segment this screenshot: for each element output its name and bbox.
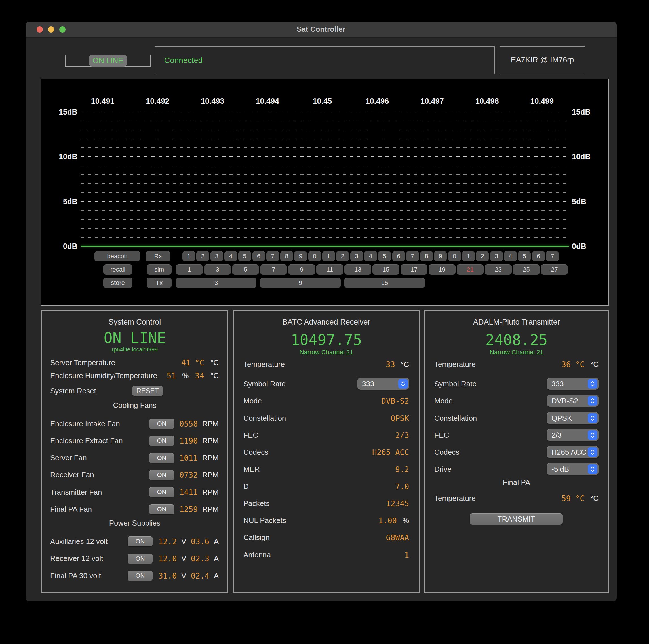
digit-button[interactable]: 5	[378, 251, 391, 261]
value: G8WAA	[386, 533, 409, 542]
reset-button[interactable]: RESET	[132, 386, 163, 396]
group-button[interactable]: 15	[344, 278, 425, 288]
panel-row: FEC2/3	[243, 429, 409, 441]
channel-button[interactable]: 13	[344, 265, 371, 275]
enclosure-extract-fan-toggle[interactable]: ON	[149, 436, 174, 446]
value-group: 41 °C°C	[181, 358, 219, 367]
channel-button[interactable]: 3	[204, 265, 231, 275]
digit-button[interactable]: 3	[350, 251, 363, 261]
sim-button[interactable]: sim	[147, 265, 172, 275]
receiver-title: BATC Advanced Receiver	[234, 318, 419, 327]
chevron-up-down-icon[interactable]	[588, 464, 597, 474]
value: 1	[404, 550, 409, 559]
channel-button-active[interactable]: 21	[457, 265, 484, 275]
group-button[interactable]: 9	[260, 278, 341, 288]
digit-button[interactable]: 8	[420, 251, 433, 261]
digit-button[interactable]: 0	[448, 251, 461, 261]
value-group: 7.0	[395, 482, 409, 491]
digit-button[interactable]: 0	[308, 251, 321, 261]
unit: °C	[211, 371, 219, 380]
digit-button[interactable]: 6	[253, 251, 265, 261]
final-pa-30-volt-label: Final PA 30 volt	[50, 571, 101, 580]
auxillaries-12-volt-label: Auxillaries 12 volt	[50, 537, 107, 546]
digit-button[interactable]: 3	[211, 251, 223, 261]
unit: °C	[211, 358, 219, 367]
transmit-button[interactable]: TRANSMIT	[470, 513, 563, 525]
rx-antenna-label: Antenna	[243, 550, 271, 559]
channel-button[interactable]: 19	[429, 265, 456, 275]
rx-button[interactable]: Rx	[145, 251, 170, 261]
chevron-up-down-icon[interactable]	[398, 379, 408, 388]
digit-button[interactable]: 4	[224, 251, 237, 261]
digit-button[interactable]: 5	[238, 251, 251, 261]
chevron-up-down-icon[interactable]	[588, 430, 597, 440]
constellation-select[interactable]: QPSK	[547, 412, 599, 424]
final-pa-30-volt-toggle[interactable]: ON	[128, 570, 153, 581]
chevron-up-down-icon[interactable]	[588, 413, 597, 423]
server-fan-toggle[interactable]: ON	[149, 453, 174, 463]
receiver-12-volt-toggle[interactable]: ON	[128, 554, 153, 564]
digit-button[interactable]: 9	[294, 251, 307, 261]
digit-button[interactable]: 6	[392, 251, 405, 261]
symbol-rate-select[interactable]: 333	[547, 378, 599, 390]
panel-row: Symbol Rate333	[434, 377, 599, 390]
channel-button[interactable]: 5	[232, 265, 259, 275]
digit-button[interactable]: 7	[266, 251, 279, 261]
transmitter-fan-toggle[interactable]: ON	[149, 487, 174, 497]
value: 41 °C	[181, 358, 204, 367]
digit-button[interactable]: 5	[518, 251, 531, 261]
symbol-rate-select[interactable]: 333	[357, 378, 409, 390]
digit-button[interactable]: 2	[196, 251, 209, 261]
tx-button[interactable]: Tx	[147, 278, 172, 288]
panel-row: Auxillaries 12 voltON12.2V03.6A	[50, 535, 219, 548]
freq-axis-label: 10.497	[409, 97, 455, 106]
channel-button[interactable]: 11	[316, 265, 343, 275]
chevron-up-down-icon[interactable]	[588, 379, 597, 388]
digit-button[interactable]: 7	[546, 251, 559, 261]
digit-button[interactable]: 2	[476, 251, 489, 261]
digit-button[interactable]: 1	[182, 251, 195, 261]
enclosure-intake-fan-toggle[interactable]: ON	[149, 419, 174, 429]
value: 59 °C	[562, 494, 585, 503]
chevron-up-down-icon[interactable]	[588, 396, 597, 406]
value: 34	[195, 371, 204, 380]
recall-button[interactable]: recall	[103, 265, 132, 275]
digit-button[interactable]: 1	[322, 251, 335, 261]
receiver-channel: Narrow Channel 21	[234, 349, 419, 356]
digit-button[interactable]: 4	[504, 251, 517, 261]
station-id: EA7KIR @ IM76rp	[500, 47, 585, 73]
digit-button[interactable]: 8	[280, 251, 293, 261]
channel-button[interactable]: 1	[176, 265, 203, 275]
codecs-select[interactable]: H265 ACC	[547, 446, 599, 458]
fec-select[interactable]: 2/3	[547, 429, 599, 441]
group-button[interactable]: 3	[176, 278, 256, 288]
digit-button[interactable]: 9	[434, 251, 447, 261]
digit-button[interactable]: 4	[364, 251, 377, 261]
digit-button[interactable]: 6	[532, 251, 545, 261]
digit-button[interactable]: 7	[406, 251, 419, 261]
mode-select[interactable]: DVB-S2	[547, 395, 599, 407]
digit-button[interactable]: 3	[490, 251, 503, 261]
beacon-button[interactable]: beacon	[94, 251, 140, 261]
value: H265 ACC	[372, 448, 409, 457]
rx-packets-label: Packets	[243, 499, 270, 508]
channel-button[interactable]: 7	[260, 265, 287, 275]
chevron-up-down-icon[interactable]	[588, 447, 597, 457]
store-button[interactable]: store	[103, 278, 132, 288]
channel-button[interactable]: 9	[288, 265, 315, 275]
drive-select[interactable]: -5 dB	[547, 463, 599, 475]
panel-row: Symbol Rate333	[243, 377, 409, 390]
final-pa-fan-toggle[interactable]: ON	[149, 504, 174, 514]
online-toggle[interactable]: ON LINE	[89, 55, 127, 66]
channel-button[interactable]: 25	[513, 265, 540, 275]
channel-button[interactable]: 15	[373, 265, 399, 275]
channel-button[interactable]: 17	[400, 265, 428, 275]
receiver-fan-toggle[interactable]: ON	[149, 470, 174, 480]
channel-button[interactable]: 27	[541, 265, 568, 275]
channel-button[interactable]: 23	[485, 265, 512, 275]
digit-button[interactable]: 1	[462, 251, 475, 261]
final-pa-title: Final PA	[425, 478, 608, 487]
digit-button[interactable]: 2	[336, 251, 349, 261]
auxillaries-12-volt-toggle[interactable]: ON	[128, 536, 153, 547]
enclosure-humidity-temperature-label: Enclosure Humidity/Temperature	[50, 371, 157, 380]
